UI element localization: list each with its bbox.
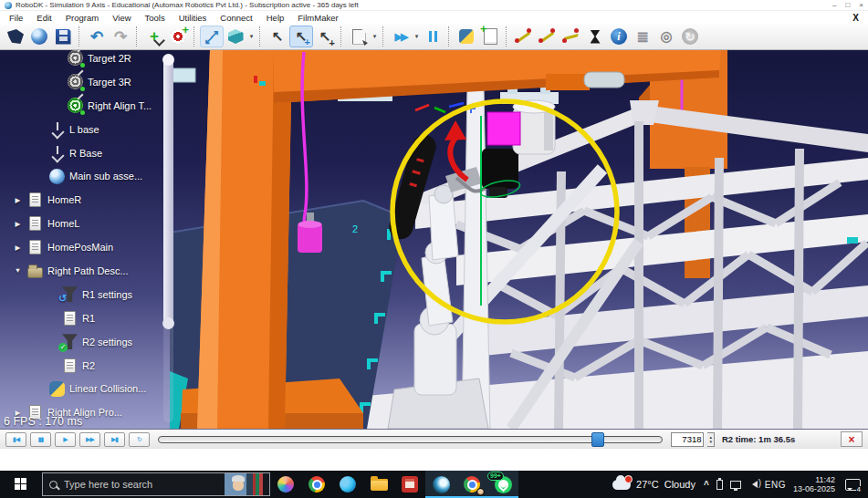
drag-tool-icon[interactable]: [347, 26, 371, 47]
tree-item-l-base[interactable]: L base: [0, 118, 179, 141]
expander-icon[interactable]: ▼: [13, 266, 23, 275]
replay-button[interactable]: ↻: [129, 432, 150, 447]
drag-dropdown-caret-icon[interactable]: ▾: [371, 26, 379, 47]
tree-item-target-2r[interactable]: Target 2R: [0, 50, 179, 70]
target-icon: [68, 98, 83, 113]
battery-icon[interactable]: [716, 480, 723, 490]
viewport-3d[interactable]: 2: [0, 50, 868, 429]
isometric-view-icon[interactable]: [224, 26, 247, 47]
move-joint-icon[interactable]: [512, 26, 536, 47]
taskbar-app-explorer[interactable]: [363, 471, 394, 498]
tree-scrollbar[interactable]: [163, 54, 173, 422]
taskbar-app-copilot[interactable]: [270, 471, 301, 498]
minimize-button[interactable]: –: [832, 1, 836, 9]
menu-help[interactable]: Help: [267, 13, 285, 23]
save-icon[interactable]: [51, 26, 75, 47]
move-linear-icon[interactable]: [536, 26, 559, 47]
move-cursor-icon[interactable]: ↖: [289, 26, 313, 47]
view-dropdown-caret-icon[interactable]: ▾: [247, 26, 256, 47]
tree-item-main-sub-assembly[interactable]: Main sub asse...: [0, 164, 179, 188]
taskbar-app-edge[interactable]: [332, 471, 363, 498]
redo-icon[interactable]: ↷: [109, 26, 132, 47]
close-button[interactable]: ×: [859, 1, 863, 9]
tree-item-r2-settings[interactable]: R2 settings: [0, 330, 179, 354]
show-message-icon[interactable]: i: [607, 26, 631, 47]
tree-item-right-path-folder[interactable]: ▼Right Path Desc...: [0, 259, 179, 283]
taskbar-search-box[interactable]: Type here to search: [42, 472, 270, 496]
expander-icon[interactable]: ▶: [13, 220, 23, 228]
tree-item-linear-collision[interactable]: Linear Collision...: [0, 377, 179, 400]
expander-icon[interactable]: ▶: [13, 244, 23, 252]
select-cursor-icon[interactable]: ↖: [266, 26, 289, 47]
undo-icon[interactable]: ↶: [85, 26, 109, 47]
add-cursor-icon[interactable]: ↖: [313, 26, 337, 47]
pause-simulation-icon[interactable]: [421, 26, 444, 47]
start-button[interactable]: [0, 471, 42, 498]
timeline-slider-handle[interactable]: [591, 432, 604, 447]
tree-item-r2[interactable]: R2: [0, 354, 179, 378]
move-circular-icon[interactable]: [559, 26, 583, 47]
close-playback-button[interactable]: ×: [841, 431, 863, 447]
pause-instruction-icon[interactable]: [583, 26, 607, 47]
tree-item-r-base[interactable]: R Base: [0, 141, 179, 165]
taskbar-app-chrome[interactable]: [301, 471, 332, 498]
menu-view[interactable]: View: [112, 13, 131, 23]
maximize-button[interactable]: □: [845, 1, 850, 9]
speed-dropdown-caret-icon[interactable]: ▾: [413, 26, 421, 47]
open-library-icon[interactable]: [27, 26, 51, 47]
timeline-slider[interactable]: [158, 436, 663, 443]
fit-all-icon[interactable]: ↗: [200, 26, 224, 47]
tree-item-r1-settings[interactable]: R1 settings: [0, 283, 179, 306]
tray-chevron-icon[interactable]: ^: [704, 480, 709, 490]
tree-item-right-align-target[interactable]: Right Align T...: [0, 94, 179, 118]
taskbar-app-whatsapp[interactable]: 99+: [487, 471, 518, 498]
add-frame-icon[interactable]: +: [142, 26, 166, 47]
pause-button[interactable]: ▮▮: [30, 432, 51, 447]
play-button[interactable]: ▶: [55, 432, 76, 447]
tree-item-r1[interactable]: R1: [0, 306, 179, 330]
menu-file[interactable]: File: [9, 13, 23, 23]
add-python-program-icon[interactable]: [455, 26, 478, 47]
frame-spinbox[interactable]: 7318: [671, 432, 704, 447]
tree-item-homel[interactable]: ▶HomeL: [0, 212, 179, 235]
record-icon[interactable]: ◎: [654, 26, 678, 47]
tree-scrollbar-thumb[interactable]: [163, 55, 173, 328]
language-indicator[interactable]: ENG: [765, 480, 786, 490]
menu-utilities[interactable]: Utilities: [179, 13, 207, 23]
tree-item-homer[interactable]: ▶HomeR: [0, 188, 179, 212]
add-program-icon[interactable]: [478, 26, 502, 47]
tree-item-target-3r[interactable]: Target 3R: [0, 70, 179, 94]
taskbar-app-red[interactable]: [394, 471, 425, 498]
copilot-icon: [277, 475, 295, 493]
menu-filmmaker[interactable]: FilmMaker: [298, 13, 338, 23]
volume-icon[interactable]: [748, 481, 758, 488]
menu-program[interactable]: Program: [66, 13, 99, 23]
display-cast-icon[interactable]: [730, 481, 741, 489]
station-tree: Target 2R Target 3R Right Align T... L b…: [0, 50, 179, 424]
fast-forward-button[interactable]: ▶▶: [79, 432, 100, 447]
object-icon: [49, 169, 65, 184]
taskbar-clock[interactable]: 11:42 13-06-2025: [793, 475, 835, 494]
spin-down-icon[interactable]: ▾: [707, 440, 714, 444]
skip-end-button[interactable]: ▶▮: [104, 432, 125, 447]
add-target-icon[interactable]: [166, 26, 190, 47]
fps-counter: 6 FPS : 170 ms: [4, 415, 82, 428]
taskbar-app-robodk[interactable]: [425, 471, 456, 498]
fast-simulation-icon[interactable]: ▶▶: [389, 26, 413, 47]
skip-start-button[interactable]: ▮◀: [5, 432, 26, 447]
program-layers-icon[interactable]: ≣: [631, 26, 654, 47]
menubar-close-button[interactable]: X: [852, 13, 859, 23]
menu-tools[interactable]: Tools: [145, 13, 165, 23]
menu-edit[interactable]: Edit: [37, 13, 51, 23]
notification-center-icon[interactable]: 4: [845, 479, 861, 491]
menu-connect[interactable]: Connect: [220, 13, 252, 23]
taskbar-app-chrome-profile[interactable]: [456, 471, 487, 498]
tree-item-homeposmain[interactable]: ▶HomePosMain: [0, 235, 179, 259]
weather-widget[interactable]: 27°C Cloudy: [612, 479, 695, 490]
menu-bar: File Edit Program View Tools Utilities C…: [0, 11, 868, 24]
robodk-logo-icon[interactable]: [4, 26, 27, 47]
tree-item-label: R Base: [69, 148, 102, 159]
expander-icon[interactable]: ▶: [13, 196, 23, 204]
update-sync-icon[interactable]: ↻: [678, 26, 702, 47]
weather-temp: 27°C: [636, 479, 659, 490]
